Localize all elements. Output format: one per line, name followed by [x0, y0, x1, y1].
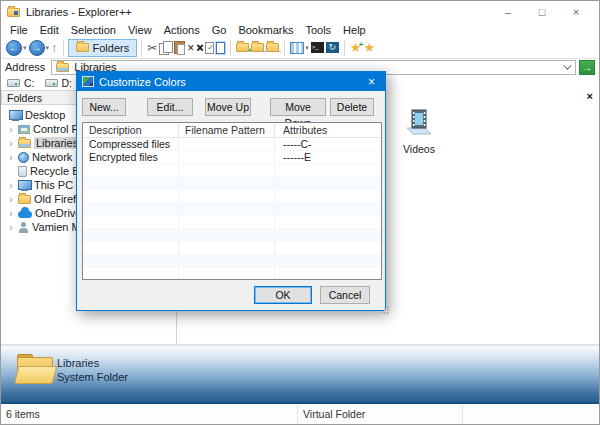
toolbar-separator — [344, 40, 345, 56]
delete-permanently-button[interactable]: × — [196, 41, 203, 55]
delete-permanently-icon: × — [196, 41, 203, 55]
arrow-overlay-icon: → — [274, 46, 282, 55]
back-dropdown-icon[interactable]: ▾ — [23, 44, 27, 52]
chevron-down-icon[interactable] — [563, 61, 571, 69]
tree-item-label: Network — [32, 151, 72, 163]
cell-attributes: ------E — [275, 151, 381, 164]
column-header-filename-pattern[interactable]: Filename Pattern — [179, 123, 275, 137]
dialog-close-button[interactable]: × — [363, 75, 380, 89]
search-icon — [216, 42, 225, 54]
edit-button[interactable]: Edit... — [147, 98, 193, 116]
copy-button[interactable] — [159, 41, 172, 54]
add-bookmark-star-icon: ★+ — [350, 41, 362, 55]
column-header-description[interactable]: Description — [83, 123, 179, 137]
menu-item-help[interactable]: Help — [337, 24, 372, 36]
file-item-videos[interactable]: Videos — [389, 107, 449, 155]
empty-list-row — [83, 242, 381, 255]
color-rules-list: Description Filename Pattern Attributes … — [82, 122, 382, 280]
folders-toggle-label: Folders — [93, 42, 130, 54]
folders-toggle-button[interactable]: Folders — [68, 39, 138, 57]
up-button[interactable]: ↑ — [51, 40, 58, 56]
copy-icon — [159, 41, 172, 54]
views-icon — [290, 42, 304, 54]
search-button[interactable] — [216, 42, 225, 54]
new-folder-button[interactable]: + — [236, 43, 249, 52]
move-to-folder-button[interactable]: → — [266, 43, 279, 52]
command-prompt-button[interactable]: >_ — [311, 42, 324, 53]
maximize-button[interactable]: □ — [525, 2, 559, 22]
minimize-button[interactable]: – — [491, 2, 525, 22]
list-row-compressed-files[interactable]: Compressed files -----C- — [83, 138, 381, 151]
tree-item-label: Desktop — [25, 109, 65, 121]
refresh-button[interactable]: ↻ — [326, 42, 339, 53]
refresh-icon: ↻ — [326, 42, 339, 53]
properties-icon — [205, 42, 214, 54]
forward-dropdown-icon[interactable]: ▾ — [46, 44, 50, 52]
move-down-button[interactable]: Move Down — [270, 98, 326, 116]
close-button[interactable]: × — [559, 2, 593, 22]
menu-item-file[interactable]: File — [4, 24, 34, 36]
menu-item-bookmarks[interactable]: Bookmarks — [232, 24, 299, 36]
control-panel-icon — [18, 125, 30, 134]
toolbar: ← ▾ → ▾ ↑ Folders ✂ × × + → → — [1, 37, 599, 59]
go-button[interactable]: → — [579, 60, 595, 75]
new-button[interactable]: New... — [82, 98, 126, 116]
folder-icon — [76, 43, 89, 52]
chevron-right-icon[interactable]: › — [7, 124, 15, 135]
delete-button[interactable]: × — [187, 41, 194, 55]
empty-list-row — [83, 203, 381, 216]
menu-item-actions[interactable]: Actions — [158, 24, 206, 36]
cut-button[interactable]: ✂ — [147, 41, 157, 55]
drive-button-d[interactable]: D: — [45, 77, 73, 89]
properties-button[interactable] — [205, 42, 214, 54]
views-dropdown-icon[interactable]: ▾ — [305, 44, 309, 52]
forward-button[interactable]: → ▾ — [29, 40, 50, 56]
chevron-right-icon[interactable]: › — [7, 208, 15, 219]
menu-item-edit[interactable]: Edit — [34, 24, 65, 36]
user-folder-icon — [18, 222, 29, 233]
dialog-titlebar[interactable]: Customize Colors × — [77, 72, 385, 91]
delete-button[interactable]: Delete — [330, 98, 374, 116]
tab-close-button[interactable]: × — [587, 90, 593, 102]
libraries-icon — [18, 139, 31, 148]
empty-list-row — [83, 177, 381, 190]
toolbar-separator — [284, 40, 285, 56]
chevron-right-icon[interactable]: › — [7, 180, 15, 191]
drive-button-c[interactable]: C: — [7, 77, 35, 89]
customize-colors-dialog: Customize Colors × New... Edit... Move U… — [76, 71, 386, 311]
menu-item-view[interactable]: View — [122, 24, 158, 36]
customize-colors-icon — [82, 76, 94, 87]
status-folder-type: Virtual Folder — [298, 404, 463, 424]
window-resize-grip[interactable] — [595, 420, 597, 422]
add-bookmark-button[interactable]: ★+ — [350, 41, 362, 55]
manage-bookmarks-button[interactable]: ★ — [363, 41, 375, 55]
copy-to-folder-button[interactable]: → — [251, 43, 264, 52]
dialog-resize-grip[interactable] — [381, 306, 383, 308]
chevron-right-icon[interactable]: › — [7, 194, 15, 205]
chevron-right-icon[interactable]: › — [7, 152, 15, 163]
tree-item-label: Libraries — [34, 137, 80, 149]
menu-item-go[interactable]: Go — [206, 24, 233, 36]
ok-button[interactable]: OK — [254, 286, 312, 304]
list-row-encrypted-files[interactable]: Encrypted files ------E — [83, 151, 381, 164]
back-button[interactable]: ← ▾ — [6, 40, 27, 56]
preview-title: Libraries — [57, 357, 128, 369]
column-header-attributes[interactable]: Attributes — [275, 123, 381, 137]
empty-list-row — [83, 190, 381, 203]
menu-item-selection[interactable]: Selection — [65, 24, 122, 36]
cell-filename-pattern — [179, 138, 275, 151]
chevron-right-icon[interactable]: › — [7, 222, 15, 233]
titlebar: Libraries - Explorer++ – □ × — [1, 1, 599, 23]
chevron-right-icon[interactable]: › — [7, 138, 15, 149]
paste-button[interactable] — [174, 41, 185, 54]
address-label: Address — [5, 61, 45, 73]
views-button[interactable]: ▾ — [290, 42, 309, 54]
back-icon: ← — [6, 40, 22, 56]
dialog-title: Customize Colors — [99, 76, 363, 88]
tree-item-label: This PC — [34, 179, 73, 191]
cancel-button[interactable]: Cancel — [320, 286, 370, 304]
cut-icon: ✂ — [147, 41, 157, 55]
menu-item-tools[interactable]: Tools — [299, 24, 337, 36]
drive-label: D: — [62, 77, 73, 89]
move-up-button[interactable]: Move Up — [205, 98, 251, 116]
